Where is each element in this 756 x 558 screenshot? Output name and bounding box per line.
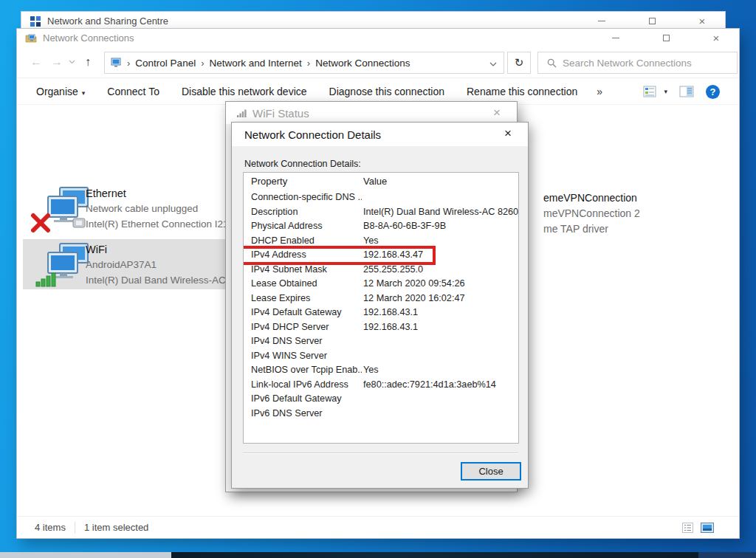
toolbar-overflow-chevron[interactable]: » [597,86,602,97]
breadcrumb-separator-icon: › [201,58,204,69]
details-section-label: Network Connection Details: [244,159,361,169]
status-bar: 4 items 1 item selected [17,516,739,538]
vpn-connection-fragment[interactable]: emeVPNConnection [543,192,637,204]
details-dialog-titlebar: Network Connection Details × [232,123,528,146]
row-property: Physical Address [251,219,362,234]
back-window-title: Network and Sharing Centre [47,16,168,27]
details-table-row: Lease Obtained 12 March 2020 09:54:26 [244,277,518,292]
search-box [537,52,738,74]
help-icon[interactable]: ? [706,85,720,99]
breadcrumb-network-and-internet[interactable]: Network and Internet [210,58,302,69]
selected-count: 1 item selected [84,522,148,533]
wifi-name[interactable]: WiFi [86,244,107,255]
history-chevron-icon[interactable] [66,53,78,71]
taskbar-sliver-right [698,552,756,558]
vpn-connection-2-fragment: meVPNConnection 2 [543,207,640,219]
ethernet-name[interactable]: Ethernet [86,187,126,199]
maximize-button[interactable] [653,30,678,46]
search-input[interactable] [563,58,737,69]
details-close-button[interactable]: Close [461,462,521,480]
row-value: 192.168.43.1 [363,320,418,335]
row-property: IPv4 Default Gateway [251,306,362,320]
details-dialog-title: Network Connection Details [244,128,381,141]
address-location-icon [110,58,122,68]
ethernet-adapter-icon[interactable] [30,186,92,233]
details-table-row: DHCP Enabled Yes [244,234,518,249]
breadcrumb-separator-icon: › [307,58,310,69]
details-table-row: Link-local IPv6 Address fe80::adec:7921:… [244,378,518,393]
details-table[interactable]: Property Value Connection-specific DNS .… [243,172,519,444]
row-property: Description [251,205,362,220]
wifi-status-titlebar: WiFi Status × [226,102,517,124]
back-icon[interactable]: ← [27,53,45,71]
row-property: IPv6 DNS Server [251,407,362,421]
up-icon[interactable]: ↑ [79,53,97,71]
breadcrumb-separator-icon: › [127,58,130,69]
row-property: IPv4 DNS Server [251,334,362,349]
forward-icon[interactable]: → [48,53,66,71]
minimize-button[interactable] [603,30,628,46]
rename-connection-button[interactable]: Rename this connection [467,86,577,97]
row-property: IPv4 Address [251,248,362,263]
details-table-row: NetBIOS over Tcpip Enab... Yes [244,363,518,378]
change-view-button[interactable]: ▾ [643,86,667,97]
taskbar-sliver-left [0,552,171,558]
wifi-status-title: WiFi Status [252,107,309,120]
row-value: 192.168.43.47 [363,248,423,263]
search-icon [547,58,557,68]
address-bar[interactable]: › Control Panel › Network and Internet ›… [104,52,504,74]
minimize-button[interactable] [589,13,614,30]
details-table-row: IPv4 DNS Server [244,334,518,349]
details-table-row: IPv6 Default Gateway [244,392,518,407]
navigation-bar: ← → ↑ › Control Panel › Network and Inte… [17,47,739,78]
row-value: Yes [363,234,379,249]
row-value: 12 March 2020 09:54:26 [363,277,465,292]
row-property: Connection-specific DNS ... [251,190,362,205]
diagnose-connection-button[interactable]: Diagnose this connection [329,86,444,97]
organise-menu[interactable]: Organise▾ [36,86,85,97]
close-button[interactable]: × [704,30,729,46]
row-value: Intel(R) Dual Band Wireless-AC 8260 [363,205,518,220]
preview-pane-icon[interactable] [679,86,694,97]
taskbar-sliver-dark [171,552,698,558]
row-property: IPv4 DHCP Server [251,320,362,335]
main-window-title: Network Connections [43,32,134,44]
details-table-row: IPv4 Subnet Mask 255.255.255.0 [244,263,518,278]
column-property: Property [251,173,287,190]
row-value: B8-8A-60-6B-3F-9B [363,219,446,234]
wifi-device: Intel(R) Dual Band Wireless-AC 82 [86,275,240,286]
wifi-status-close-icon[interactable]: × [486,102,508,124]
refresh-button[interactable]: ↻ [507,52,531,74]
ethernet-device: Intel(R) Ethernet Connection I219- [86,218,238,230]
row-value: 255.255.255.0 [363,263,423,278]
breadcrumb-control-panel[interactable]: Control Panel [135,58,196,69]
row-property: IPv6 Default Gateway [251,392,362,407]
details-table-header: Property Value [244,173,518,190]
row-property: IPv4 Subnet Mask [251,263,362,278]
wifi-adapter-icon[interactable] [30,242,92,289]
close-button[interactable]: × [690,13,715,30]
maximize-button[interactable] [639,13,664,30]
row-property: NetBIOS over Tcpip Enab... [251,363,362,378]
details-table-row: Connection-specific DNS ... [244,190,518,205]
address-dropdown-chevron-icon[interactable] [489,56,497,69]
details-table-row: Lease Expires 12 March 2020 16:02:47 [244,292,518,306]
wifi-status: AndroidAP37A1 [86,259,157,270]
organise-caret-icon: ▾ [82,89,86,97]
breadcrumb-network-connections[interactable]: Network Connections [315,58,410,69]
row-value: Yes [363,363,379,378]
details-table-row: Physical Address B8-8A-60-6B-3F-9B [244,219,518,234]
details-dialog-close-icon[interactable]: × [497,123,519,145]
row-property: IPv4 WINS Server [251,349,362,364]
view-options-icon [643,86,656,97]
disable-device-button[interactable]: Disable this network device [182,86,307,97]
tap-driver-fragment: me TAP driver [543,223,608,235]
details-view-icon[interactable] [682,523,693,533]
thumbnail-view-icon[interactable] [701,523,714,533]
details-table-row: IPv6 DNS Server [244,407,518,421]
network-sharing-centre-icon [30,16,41,27]
connect-to-button[interactable]: Connect To [107,86,159,97]
status-separator [75,522,75,534]
view-caret-icon: ▾ [664,88,667,95]
row-value: 192.168.43.1 [363,306,418,320]
